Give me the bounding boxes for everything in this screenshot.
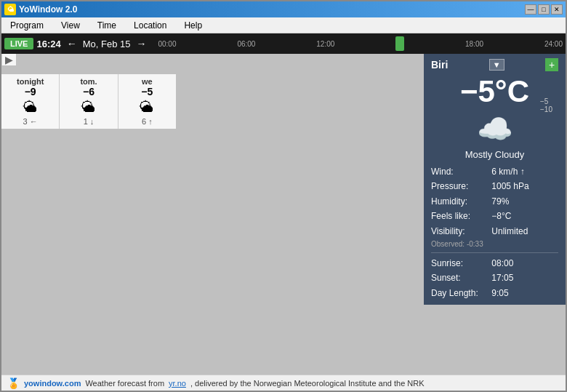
feels-label: Feels like: — [431, 209, 489, 223]
forecast-day-0: tonight −9 🌥 3 ← — [1, 74, 60, 129]
title-bar-left: 🌤 YoWindow 2.0 — [4, 4, 77, 15]
menu-help[interactable]: Help — [178, 19, 208, 32]
pressure-value: 1005 hPa — [491, 181, 528, 191]
forecast-icon-1: 🌥 — [64, 99, 113, 116]
current-time-indicator — [395, 36, 404, 51]
visibility-value: Unlimited — [491, 226, 528, 236]
forecast-label-1: tom. — [64, 77, 113, 86]
forecast-icon-0: 🌥 — [6, 99, 55, 116]
yr-no-link[interactable]: yr.no — [169, 379, 186, 388]
weather-details: Wind: 6 km/h ↑ Pressure: 1005 hPa Humidi… — [431, 164, 558, 239]
visibility-label: Visibility: — [431, 224, 489, 239]
forecast-day-1: tom. −6 🌥 1 ↓ — [60, 74, 118, 129]
observed-value: -0:33 — [467, 240, 483, 248]
temperature-display: −5°C — [431, 74, 558, 109]
observed-info: Observed: -0:33 — [431, 240, 558, 248]
weather-icon: ☁️ — [431, 112, 558, 146]
status-text-prefix: Weather forecast from — [85, 379, 164, 388]
sun-info: Sunrise: 08:00 Sunset: 17:05 Day Length:… — [431, 252, 558, 300]
sunset-detail: Sunset: 17:05 — [431, 271, 558, 285]
forecast-expand-button[interactable]: ▶ — [1, 54, 16, 65]
forecast-container: tonight −9 🌥 3 ← tom. −6 🌥 1 ↓ — [1, 54, 16, 65]
wind-value: 6 km/h ↑ — [491, 167, 524, 177]
timeline-ticks: 00:00 06:00 12:00 18:00 24:00 — [158, 33, 563, 54]
menu-bar: Program View Time Location Help — [1, 17, 566, 33]
window-title: YoWindow 2.0 — [19, 4, 77, 15]
minimize-button[interactable]: — — [525, 4, 536, 15]
forecast-temp-1: −6 — [64, 86, 113, 97]
condition-text: Mostly Cloudy — [431, 149, 558, 160]
app-icon: 🌤 — [4, 4, 16, 15]
pressure-detail: Pressure: 1005 hPa — [431, 179, 558, 193]
forecast-days: tonight −9 🌥 3 ← tom. −6 🌥 1 ↓ — [1, 74, 176, 129]
location-bar: Biri ▼ + — [431, 58, 558, 71]
daylength-label: Day Length: — [431, 286, 489, 300]
feels-value: −8°C — [491, 211, 511, 221]
sunset-label: Sunset: — [431, 271, 489, 285]
prev-arrow[interactable]: ← — [64, 38, 80, 49]
temp-scale-bottom: −10 — [540, 105, 552, 113]
visibility-detail: Visibility: Unlimited — [431, 224, 558, 239]
close-button[interactable]: ✕ — [551, 4, 563, 15]
sunset-value: 17:05 — [491, 273, 513, 283]
timeline-bar: LIVE 16:24 ← Mo, Feb 15 → 00:00 06:00 12… — [1, 33, 566, 54]
forecast-label-0: tonight — [6, 77, 55, 86]
forecast-temp-0: −9 — [6, 86, 55, 97]
status-bar: 🏅 yowindow.com Weather forecast from yr.… — [1, 375, 566, 391]
location-name: Biri — [431, 59, 448, 71]
app-logo-text[interactable]: yowindow.com — [24, 379, 81, 388]
forecast-wind-0: 3 ← — [6, 117, 55, 126]
pressure-label: Pressure: — [431, 179, 489, 193]
weather-panel: Biri ▼ + −5°C −5 −10 ☁️ Mostly Cloudy Wi… — [424, 54, 566, 305]
live-button[interactable]: LIVE — [4, 38, 33, 49]
title-buttons: — □ ✕ — [525, 4, 563, 15]
wind-detail: Wind: 6 km/h ↑ — [431, 164, 558, 179]
forecast-wind-1: 1 ↓ — [64, 117, 113, 126]
sunrise-label: Sunrise: — [431, 256, 489, 271]
observed-label: Observed: — [431, 240, 465, 248]
temp-area: −5°C −5 −10 — [431, 74, 558, 109]
tick-marks: 00:00 06:00 12:00 18:00 24:00 — [158, 33, 563, 54]
forecast-temp-2: −5 — [123, 86, 172, 97]
forecast-wind-2: 6 ↑ — [123, 117, 172, 126]
forecast-day-2: we −5 🌥 6 ↑ — [118, 74, 176, 129]
current-date: Mo, Feb 15 — [83, 39, 131, 49]
humidity-detail: Humidity: 79% — [431, 194, 558, 209]
sunrise-value: 08:00 — [491, 258, 513, 268]
forecast-strip: tonight −9 🌥 3 ← tom. −6 🌥 1 ↓ — [1, 74, 176, 129]
main-window: 🌤 YoWindow 2.0 — □ ✕ Program View Time L… — [0, 0, 567, 392]
scene-container: tonight −9 🌥 3 ← tom. −6 🌥 1 ↓ — [1, 54, 566, 375]
tick-2400: 24:00 — [544, 40, 563, 48]
current-time: 16:24 — [36, 39, 60, 49]
forecast-label-2: we — [123, 77, 172, 86]
location-dropdown[interactable]: ▼ — [489, 59, 504, 71]
tick-1200: 12:00 — [316, 40, 334, 48]
daylength-value: 9:05 — [491, 288, 508, 298]
next-arrow[interactable]: → — [133, 38, 149, 49]
maximize-button[interactable]: □ — [538, 4, 550, 15]
menu-time[interactable]: Time — [92, 19, 122, 32]
main-content: LIVE 16:24 ← Mo, Feb 15 → 00:00 06:00 12… — [1, 33, 566, 391]
menu-view[interactable]: View — [55, 19, 86, 32]
temp-scale: −5 −10 — [540, 97, 552, 113]
olympic-rings-icon: 🏅 — [7, 377, 20, 389]
humidity-label: Humidity: — [431, 194, 489, 209]
wind-label: Wind: — [431, 164, 489, 179]
sunrise-detail: Sunrise: 08:00 — [431, 256, 558, 271]
tick-0000: 00:00 — [158, 40, 176, 48]
tick-1800: 18:00 — [465, 40, 483, 48]
title-bar: 🌤 YoWindow 2.0 — □ ✕ — [1, 1, 566, 17]
forecast-icon-2: 🌥 — [123, 99, 172, 116]
status-text-suffix: , delivered by the Norwegian Meteorologi… — [190, 379, 425, 388]
add-location-button[interactable]: + — [545, 58, 558, 71]
humidity-value: 79% — [491, 196, 509, 207]
menu-program[interactable]: Program — [4, 19, 49, 32]
temp-scale-top: −5 — [540, 97, 552, 105]
daylength-detail: Day Length: 9:05 — [431, 286, 558, 300]
feels-detail: Feels like: −8°C — [431, 209, 558, 223]
menu-location[interactable]: Location — [128, 19, 172, 32]
tick-0600: 06:00 — [237, 40, 255, 48]
